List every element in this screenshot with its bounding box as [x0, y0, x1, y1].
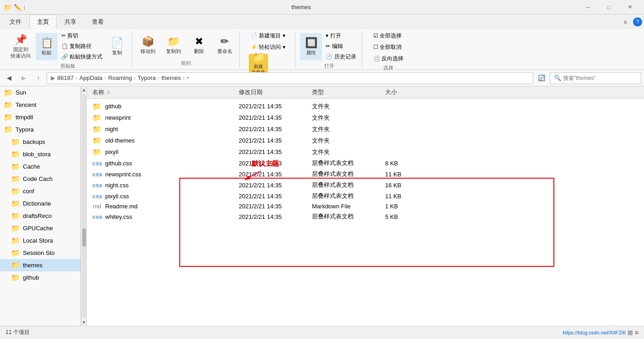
file-row[interactable]: css night.css 2021/2/21 14:35 层叠样式表文档 16…: [87, 180, 644, 191]
move-button[interactable]: 📦 移动到: [137, 32, 159, 59]
search-box[interactable]: 🔍: [550, 72, 641, 84]
path-dropdown[interactable]: ▾: [187, 75, 189, 81]
sidebar-item-github[interactable]: 📁 github: [0, 271, 80, 284]
path-seg-1[interactable]: 86187: [57, 74, 74, 81]
css-file-icon: css: [92, 171, 102, 178]
view-icon-2[interactable]: ≡: [635, 329, 639, 336]
address-path[interactable]: ▶ 86187 › AppData › Roaming › Typora › t…: [47, 72, 533, 84]
file-row[interactable]: 📁 old-themes 2021/2/21 14:35 文件夹: [87, 135, 644, 146]
sidebar-item-label: Tencent: [16, 101, 37, 108]
copy-to-label: 复制到: [166, 48, 181, 54]
history-button[interactable]: 🕐 历史记录: [324, 52, 358, 62]
tab-share[interactable]: 共享: [57, 15, 84, 29]
copy-button[interactable]: 📄 复制: [106, 33, 128, 60]
folder-icon: 📁: [11, 162, 20, 171]
path-seg-3[interactable]: Roaming: [108, 74, 132, 81]
ribbon-collapse-button[interactable]: ∧: [621, 16, 629, 27]
path-seg-5[interactable]: themes: [161, 74, 181, 81]
open-button[interactable]: ▾ 打开: [324, 31, 358, 41]
col-header-name[interactable]: 名称 ∧: [92, 88, 239, 96]
sidebar-scroll[interactable]: 📁 Sun 📁 Tencent 📁 ttmpdll 📁 Typora 📁: [0, 86, 80, 326]
rename-button[interactable]: ✏ 重命名: [214, 32, 236, 59]
sidebar-item-session[interactable]: 📁 Session Sto: [0, 247, 80, 259]
sidebar-item-backups[interactable]: 📁 backups: [0, 136, 80, 148]
sidebar-item-dictionaries[interactable]: 📁 Dictionarie: [0, 197, 80, 210]
new-item-button[interactable]: 📄 新建项目 ▾: [249, 31, 287, 41]
sidebar-scrollbar[interactable]: ▲ ▼: [81, 86, 86, 326]
sidebar-item-sun[interactable]: 📁 Sun: [0, 86, 80, 99]
file-row[interactable]: 📁 pixyll 2021/2/21 14:35 文件夹: [87, 146, 644, 158]
file-date: 2021/2/21 14:35: [239, 103, 312, 110]
sidebar-item-codecach[interactable]: 📁 Code Cach: [0, 173, 80, 185]
new-folder-button[interactable]: 📁 新建文件夹: [249, 54, 268, 72]
easy-access-button[interactable]: ⚡ 轻松访问 ▾: [249, 42, 287, 52]
file-row[interactable]: 📁 newsprint 2021/2/21 14:35 文件夹: [87, 112, 644, 123]
file-row[interactable]: 📁 night 2021/2/21 14:35 文件夹: [87, 123, 644, 135]
sidebar-item-cache[interactable]: 📁 Cache: [0, 160, 80, 173]
file-row[interactable]: css newsprint.css 2021/2/21 14:35 层叠样式表文…: [87, 169, 644, 180]
select-all-button[interactable]: ☑ 全部选择: [371, 31, 403, 41]
sidebar-item-gpucache[interactable]: 📁 GPUCache: [0, 222, 80, 234]
folder-icon: 📁: [11, 212, 20, 220]
file-name: newsprint: [105, 114, 131, 121]
file-row[interactable]: md Readme.md 2021/2/21 14:35 Markdown Fi…: [87, 201, 644, 211]
help-button[interactable]: ?: [633, 17, 642, 26]
tab-view[interactable]: 查看: [84, 15, 112, 29]
copy-to-button[interactable]: 📁 复制到: [162, 32, 184, 59]
col-header-type[interactable]: 类型: [312, 88, 385, 96]
file-row[interactable]: css pixyll.css 2021/2/21 14:35 层叠样式表文档 1…: [87, 191, 644, 201]
file-row[interactable]: css whitey.css 2021/2/21 14:35 层叠样式表文档 5…: [87, 211, 644, 222]
sidebar-item-themes[interactable]: 📁 themes: [0, 259, 80, 271]
file-date: 2021/2/21 14:35: [239, 203, 312, 210]
folder-icon: 📁: [92, 136, 102, 145]
path-seg-2[interactable]: AppData: [80, 74, 103, 81]
paste-shortcut-button[interactable]: 🔗 粘贴快捷方式: [59, 52, 104, 62]
sidebar-item-tencent[interactable]: 📁 Tencent: [0, 99, 80, 111]
folder-icon: 📁: [4, 101, 13, 109]
copy-path-button[interactable]: 📋 复制路径: [59, 42, 104, 51]
sidebar-item-drafts[interactable]: 📁 draftsReco: [0, 210, 80, 222]
maximize-button[interactable]: □: [598, 0, 619, 15]
open-small-buttons: ▾ 打开 ✏ 编辑 🕐 历史记录: [324, 31, 358, 62]
properties-button[interactable]: 🔲 属性: [300, 33, 322, 60]
path-seg-4[interactable]: Typora: [138, 74, 156, 81]
forward-button[interactable]: ▶: [17, 72, 30, 85]
col-header-size[interactable]: 大小: [385, 88, 422, 96]
back-button[interactable]: ◀: [3, 72, 16, 85]
file-area: 名称 ∧ 修改日期 类型 大小 📁 github 2021/2/21 14:35…: [87, 86, 644, 326]
delete-button[interactable]: ✖ 删除: [188, 32, 210, 59]
file-type: 层叠样式表文档: [312, 212, 385, 221]
search-input[interactable]: [563, 75, 637, 81]
scroll-down-arrow[interactable]: ▼: [81, 319, 87, 326]
status-link: https://blog.csdn.net/XIIF.DII: [563, 330, 626, 335]
col-header-date[interactable]: 修改日期: [239, 88, 312, 96]
tab-file[interactable]: 文件: [2, 15, 29, 29]
file-date: 2021/2/21 14:35: [239, 114, 312, 121]
open-group: 🔲 属性 ▾ 打开 ✏ 编辑 🕐 历史记录 打开: [296, 31, 362, 68]
refresh-button[interactable]: 🔄: [535, 72, 548, 85]
sidebar-item-ttmpdll[interactable]: 📁 ttmpdll: [0, 111, 80, 123]
edit-button[interactable]: ✏ 编辑: [324, 42, 358, 51]
paste-button[interactable]: 📋 粘贴: [36, 33, 58, 60]
invert-button[interactable]: ⬜ 反向选择: [371, 54, 405, 64]
file-row[interactable]: 📁 github 2021/2/21 14:35 文件夹: [87, 101, 644, 112]
sidebar-item-conf[interactable]: 📁 conf: [0, 185, 80, 197]
file-row[interactable]: css github.css 2021/2/22 19:53 层叠样式表文档 8…: [87, 158, 644, 169]
close-button[interactable]: ✕: [619, 0, 640, 15]
pin-button[interactable]: 📌 固定到快速访问: [7, 33, 34, 60]
cut-button[interactable]: ✂ 剪切: [59, 31, 104, 41]
deselect-all-button[interactable]: ☐ 全部取消: [371, 42, 403, 52]
sidebar-item-label: GPUCache: [23, 225, 53, 232]
sidebar-item-typora[interactable]: 📁 Typora: [0, 123, 80, 136]
minimize-button[interactable]: ─: [577, 0, 598, 15]
copy-icon: 📄: [111, 37, 123, 49]
scroll-track[interactable]: [82, 94, 86, 318]
scroll-thumb[interactable]: [82, 228, 86, 247]
tab-home[interactable]: 主页: [29, 15, 57, 29]
sidebar-item-blob[interactable]: 📁 blob_stora: [0, 148, 80, 160]
scroll-up-arrow[interactable]: ▲: [81, 86, 87, 93]
sidebar-item-label: conf: [23, 188, 34, 195]
up-button[interactable]: ↑: [32, 72, 45, 85]
sidebar-item-localstorage[interactable]: 📁 Local Stora: [0, 234, 80, 247]
view-icon-1[interactable]: ⊞: [628, 329, 633, 336]
